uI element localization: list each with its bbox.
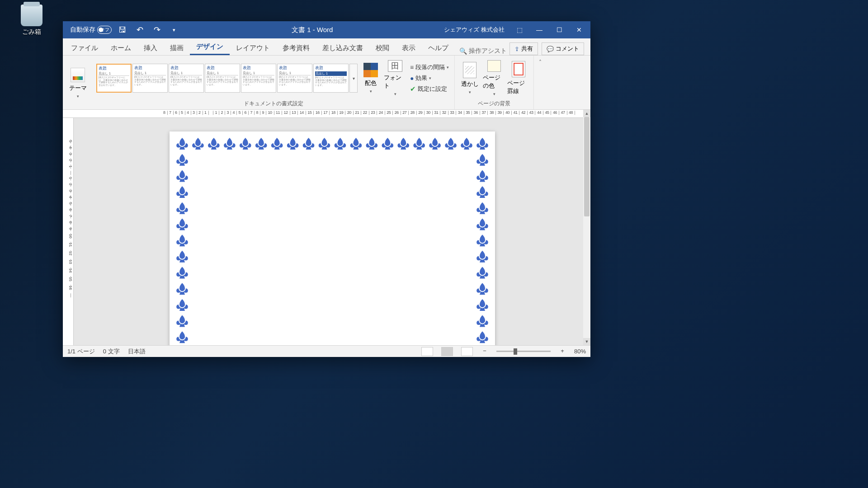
- maximize-icon[interactable]: ☐: [551, 21, 568, 38]
- account-name[interactable]: シェアウィズ 株式会社: [444, 26, 505, 34]
- status-words[interactable]: 0 文字: [103, 347, 120, 356]
- tab-help[interactable]: ヘルプ: [422, 40, 455, 55]
- style-gallery-more[interactable]: ▾: [349, 64, 358, 93]
- redo-icon[interactable]: ↷: [151, 23, 163, 36]
- themes-icon: [71, 68, 85, 82]
- style-thumb-6[interactable]: 表題 見出し 1 [挿入] タブのギャラリーには、文書全体の体裁に合わせて調整す…: [277, 64, 312, 93]
- watermark-button[interactable]: 透かし: [458, 60, 481, 96]
- horizontal-ruler[interactable]: 8｜7｜6｜5｜4｜3｜2｜1｜ ｜1｜2｜3｜4｜5｜6｜7｜8｜9｜10｜1…: [63, 110, 590, 118]
- recycle-bin[interactable]: ごみ箱: [14, 5, 50, 36]
- spacing-icon: ≡: [410, 64, 414, 71]
- collapse-ribbon-icon[interactable]: ˄: [534, 56, 547, 109]
- group-page-background: 透かし ページの色 ページ罫線 ページの背景: [455, 56, 534, 109]
- check-icon: ✔: [410, 85, 416, 93]
- view-web-layout[interactable]: [461, 347, 473, 356]
- themes-button[interactable]: テーマ: [66, 65, 89, 101]
- qat-more-icon[interactable]: ▾: [168, 23, 180, 36]
- tab-view[interactable]: 表示: [396, 40, 422, 55]
- zoom-out[interactable]: −: [481, 348, 488, 355]
- scroll-thumb[interactable]: [584, 118, 590, 216]
- page-borders-label: ページ罫線: [507, 79, 530, 95]
- tab-layout[interactable]: レイアウト: [230, 40, 276, 55]
- fonts-button[interactable]: フォント: [384, 60, 406, 96]
- page-bg-group-label: ページの背景: [458, 99, 530, 108]
- page-borders-icon: [512, 61, 525, 77]
- page-color-button[interactable]: ページの色: [483, 60, 505, 96]
- vertical-ruler[interactable]: ｜5｜4｜3｜2｜1｜ ｜1｜2｜3｜4｜5｜6｜7｜8｜9｜10｜11｜12｜…: [63, 118, 74, 345]
- autosave-label: 自動保存: [70, 26, 95, 34]
- ribbon-display-icon[interactable]: ⬚: [511, 21, 528, 38]
- spacing-label: 段落の間隔: [415, 63, 445, 71]
- effects-icon: ●: [410, 75, 414, 82]
- tab-insert[interactable]: 挿入: [137, 40, 164, 55]
- style-thumb-5[interactable]: 表題 見出し 1 [挿入] タブのギャラリーには、文書全体の体裁に合わせて調整す…: [241, 64, 276, 93]
- work-area: 8｜7｜6｜5｜4｜3｜2｜1｜ ｜1｜2｜3｜4｜5｜6｜7｜8｜9｜10｜1…: [63, 110, 590, 345]
- comments-label: コメント: [556, 45, 579, 53]
- share-icon: ⇪: [514, 46, 519, 52]
- close-icon[interactable]: ✕: [571, 21, 588, 38]
- page-borders-button[interactable]: ページ罫線: [507, 60, 530, 96]
- style-thumb-4[interactable]: 表題 見出し 1 [挿入] タブのギャラリーには、文書全体の体裁に合わせて調整す…: [205, 64, 240, 93]
- minimize-icon[interactable]: —: [531, 21, 548, 38]
- document-title: 文書 1 - Word: [180, 26, 444, 34]
- comment-icon: 💬: [547, 46, 554, 52]
- tab-references[interactable]: 参考資料: [276, 40, 316, 55]
- paragraph-spacing-button[interactable]: ≡ 段落の間隔: [408, 62, 451, 73]
- recycle-bin-label: ごみ箱: [14, 28, 50, 36]
- set-default-button[interactable]: ✔ 既定に設定: [408, 84, 451, 94]
- word-window: 自動保存 オフ 🖫 ↶ ↷ ▾ 文書 1 - Word シェアウィズ 株式会社 …: [63, 21, 590, 357]
- title-bar: 自動保存 オフ 🖫 ↶ ↷ ▾ 文書 1 - Word シェアウィズ 株式会社 …: [63, 21, 590, 38]
- tab-draw[interactable]: 描画: [164, 40, 190, 55]
- document-canvas[interactable]: [74, 118, 590, 345]
- colors-button[interactable]: 配色: [359, 60, 382, 96]
- ribbon-design: テーマ 表題 見出し 1 [挿入] タブのギャラリーには、文書全体の体裁に合わせ…: [63, 56, 590, 110]
- fonts-label: フォント: [384, 74, 406, 90]
- zoom-in[interactable]: +: [559, 348, 566, 355]
- style-thumb-2[interactable]: 表題 見出し 1 [挿入] タブのギャラリーには、文書全体の体裁に合わせて調整す…: [132, 64, 168, 93]
- save-icon[interactable]: 🖫: [116, 23, 129, 36]
- tab-mailings[interactable]: 差し込み文書: [316, 40, 369, 55]
- autosave-state: オフ: [97, 26, 112, 34]
- scroll-down-icon[interactable]: ▼: [583, 338, 590, 345]
- title-bar-right: シェアウィズ 株式会社 ⬚ — ☐ ✕: [444, 21, 590, 38]
- page-color-icon: [487, 60, 501, 72]
- colors-icon: [363, 63, 378, 77]
- status-bar: 1/1 ページ 0 文字 日本語 − + 80%: [63, 345, 590, 357]
- share-button[interactable]: ⇪ 共有: [509, 42, 538, 55]
- vertical-scrollbar[interactable]: ▲ ▼: [583, 118, 590, 345]
- style-thumb-7[interactable]: 表題 見出し 1 [挿入] タブのギャラリーには、文書全体の体裁に合わせて調整す…: [313, 64, 349, 93]
- tab-review[interactable]: 校閲: [369, 40, 396, 55]
- view-print-layout[interactable]: [441, 347, 453, 356]
- status-page[interactable]: 1/1 ページ: [67, 347, 95, 356]
- doc-area: ｜5｜4｜3｜2｜1｜ ｜1｜2｜3｜4｜5｜6｜7｜8｜9｜10｜11｜12｜…: [63, 118, 590, 345]
- zoom-level[interactable]: 80%: [574, 348, 586, 355]
- art-border: [175, 137, 490, 345]
- zoom-handle[interactable]: [514, 348, 517, 355]
- undo-icon[interactable]: ↶: [133, 23, 146, 36]
- watermark-icon: [463, 62, 476, 78]
- watermark-label: 透かし: [461, 80, 479, 88]
- comments-button[interactable]: 💬 コメント: [542, 42, 584, 55]
- colors-label: 配色: [365, 79, 377, 87]
- qat: 自動保存 オフ 🖫 ↶ ↷ ▾: [63, 23, 180, 36]
- style-thumb-3[interactable]: 表題 見出し 1 [挿入] タブのギャラリーには、文書全体の体裁に合わせて調整す…: [169, 64, 204, 93]
- status-language[interactable]: 日本語: [128, 347, 146, 356]
- ribbon-tabs: ファイル ホーム 挿入 描画 デザイン レイアウト 参考資料 差し込み文書 校閲…: [63, 38, 590, 56]
- autosave-toggle[interactable]: 自動保存 オフ: [70, 26, 112, 34]
- share-label: 共有: [521, 45, 533, 53]
- tell-me-search[interactable]: 🔍 操作アシスト: [459, 47, 507, 55]
- fonts-icon: [388, 60, 402, 72]
- page-1[interactable]: [170, 131, 495, 345]
- effects-button[interactable]: ● 効果: [408, 73, 451, 84]
- style-thumb-1[interactable]: 表題 見出し 1 [挿入] タブのギャラリーには、文書全体の体裁に合わせて調整す…: [96, 64, 132, 93]
- view-read-mode[interactable]: [421, 347, 433, 356]
- tab-home[interactable]: ホーム: [104, 40, 137, 55]
- zoom-slider[interactable]: [496, 351, 551, 352]
- tab-file[interactable]: ファイル: [65, 40, 104, 55]
- tell-me-label: 操作アシスト: [469, 47, 507, 55]
- style-gallery: 表題 見出し 1 [挿入] タブのギャラリーには、文書全体の体裁に合わせて調整す…: [96, 64, 358, 93]
- tab-design[interactable]: デザイン: [190, 39, 230, 55]
- doc-format-group-label: ドキュメントの書式設定: [96, 99, 451, 108]
- group-document-formatting: 表題 見出し 1 [挿入] タブのギャラリーには、文書全体の体裁に合わせて調整す…: [93, 56, 455, 109]
- formatting-options: ≡ 段落の間隔 ● 効果 ✔ 既定に設定: [408, 62, 451, 94]
